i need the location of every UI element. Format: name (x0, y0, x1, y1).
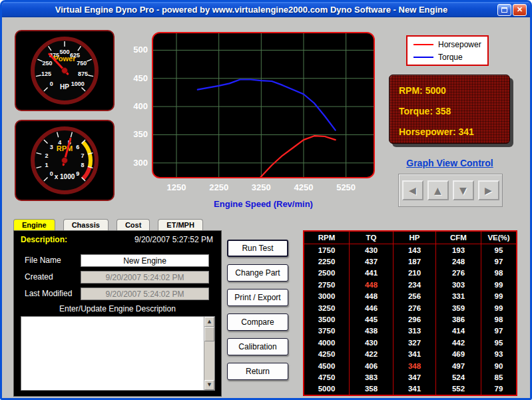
results-cell: 98 (481, 313, 516, 325)
results-cell: 2750 (304, 279, 350, 290)
chart-legend: HorsepowerTorque (406, 35, 489, 66)
return-button[interactable]: Return (227, 363, 288, 380)
results-cell: 95 (481, 337, 516, 348)
results-cell: 386 (436, 313, 481, 325)
legend-item-torque: Torque (413, 53, 487, 62)
file-name-input[interactable] (81, 254, 209, 267)
results-cell: 3750 (304, 325, 350, 337)
svg-text:6: 6 (76, 144, 79, 150)
results-cell: 143 (394, 244, 436, 256)
tab-etmph[interactable]: ET/MPH (158, 219, 203, 230)
legend-item-label: Torque (438, 53, 463, 62)
results-cell: 3500 (304, 313, 350, 325)
description-label: Description: (21, 235, 67, 244)
scroll-up-button[interactable]: ▲ (204, 317, 214, 327)
results-header-cfm: CFM (436, 232, 481, 244)
results-cell: 97 (481, 256, 516, 267)
results-cell: 99 (481, 291, 516, 302)
results-cell: 358 (350, 383, 394, 395)
power-gauge-dial: 01252503755006257508751000PowerHP (16, 32, 113, 109)
tab-cost[interactable]: Cost (117, 219, 150, 230)
results-cell: 414 (436, 325, 481, 337)
results-cell: 341 (394, 348, 436, 359)
graph-view-control-label: Graph View Control (392, 158, 508, 168)
results-cell: 256 (394, 291, 436, 302)
scroll-down-button[interactable]: ▼ (204, 380, 214, 390)
x-axis-tick-label: 4250 (290, 182, 317, 192)
description-textarea[interactable]: ▲ ▼ (21, 316, 215, 391)
results-cell: 303 (436, 279, 481, 290)
results-table: RPMTQHPCFMVE(%)1750430143193952250437187… (303, 230, 517, 396)
horsepower-curve (198, 136, 336, 177)
results-cell: 437 (350, 256, 394, 267)
svg-text:1: 1 (45, 162, 48, 168)
run-test-button[interactable]: Run Test (227, 240, 288, 257)
y-axis-tick-label: 450 (123, 73, 148, 83)
tab-chassis[interactable]: Chassis (63, 219, 109, 230)
results-cell: 99 (481, 302, 516, 313)
created-label: Created (25, 272, 53, 282)
description-prompt: Enter/Update Engine Description (14, 304, 221, 313)
results-cell: 1750 (304, 244, 350, 256)
svg-text:2: 2 (45, 152, 48, 159)
results-cell: 313 (394, 325, 436, 337)
results-cell: 430 (350, 244, 394, 256)
scroll-down-icon: ▼ (208, 382, 211, 387)
x-axis-title: Engine Speed (Rev/min) (152, 199, 375, 209)
maximize-icon (501, 7, 507, 13)
tab-engine[interactable]: Engine (13, 219, 55, 230)
scroll-thumb[interactable] (204, 327, 214, 341)
description-scrollbar[interactable]: ▲ ▼ (204, 317, 214, 390)
compare-button[interactable]: Compare (227, 313, 288, 331)
calibration-button[interactable]: Calibration (227, 338, 288, 355)
description-timestamp: 9/20/2007 5:27:52 PM (134, 235, 213, 244)
svg-text:7: 7 (81, 152, 85, 159)
results-cell: 359 (436, 302, 481, 313)
svg-text:250: 250 (43, 60, 53, 67)
file-name-row: File Name (14, 254, 221, 268)
y-axis-tick-label: 300 (123, 158, 148, 168)
title-bar: Virtual Engine Dyno Pro - powered by www… (2, 2, 530, 17)
x-axis-tick-label: 5250 (333, 182, 360, 192)
graph-pan-left-button[interactable]: ◀ (402, 180, 423, 200)
results-cell: 276 (436, 268, 481, 279)
results-cell: 448 (350, 291, 394, 302)
rpm-gauge-panel: 0123456789RPMx 1000 (15, 120, 115, 201)
results-cell: 187 (394, 256, 436, 267)
svg-text:1000: 1000 (71, 81, 85, 87)
change-part-button[interactable]: Change Part (227, 264, 288, 282)
results-cell: 97 (481, 325, 516, 337)
svg-text:3: 3 (50, 144, 53, 150)
results-cell: 4500 (304, 360, 350, 371)
results-cell: 296 (394, 313, 436, 325)
torque-line-swatch (413, 57, 433, 58)
results-cell: 3250 (304, 302, 350, 313)
results-cell: 93 (481, 348, 516, 359)
results-cell: 383 (350, 371, 394, 383)
maximize-button[interactable] (497, 4, 511, 16)
results-cell: 445 (350, 313, 394, 325)
results-cell: 4250 (304, 348, 350, 359)
results-cell: 95 (481, 244, 516, 256)
plot-canvas (153, 33, 374, 177)
scroll-up-icon: ▲ (208, 319, 211, 324)
x-axis-tick-label: 1250 (163, 182, 190, 192)
close-icon: ✕ (517, 5, 523, 14)
last-modified-row: Last Modified (14, 288, 221, 301)
results-cell: 234 (394, 279, 436, 290)
results-cell: 85 (481, 371, 516, 383)
last-modified-label: Last Modified (25, 289, 72, 298)
created-input (81, 271, 209, 284)
results-cell: 2500 (304, 268, 350, 279)
print-export-button[interactable]: Print / Export (227, 289, 288, 306)
close-button[interactable]: ✕ (513, 4, 527, 16)
graph-pan-up-button[interactable]: ▲ (427, 180, 449, 200)
y-axis-tick-label: 500 (123, 45, 148, 55)
legend-item-label: Horsepower (438, 40, 481, 49)
results-cell: 497 (436, 360, 481, 371)
graph-pan-down-button[interactable]: ▼ (453, 180, 474, 200)
graph-pan-right-button[interactable]: ▶ (478, 180, 499, 200)
results-cell: 524 (436, 371, 481, 383)
results-cell: 341 (394, 383, 436, 395)
results-cell: 193 (436, 244, 481, 256)
